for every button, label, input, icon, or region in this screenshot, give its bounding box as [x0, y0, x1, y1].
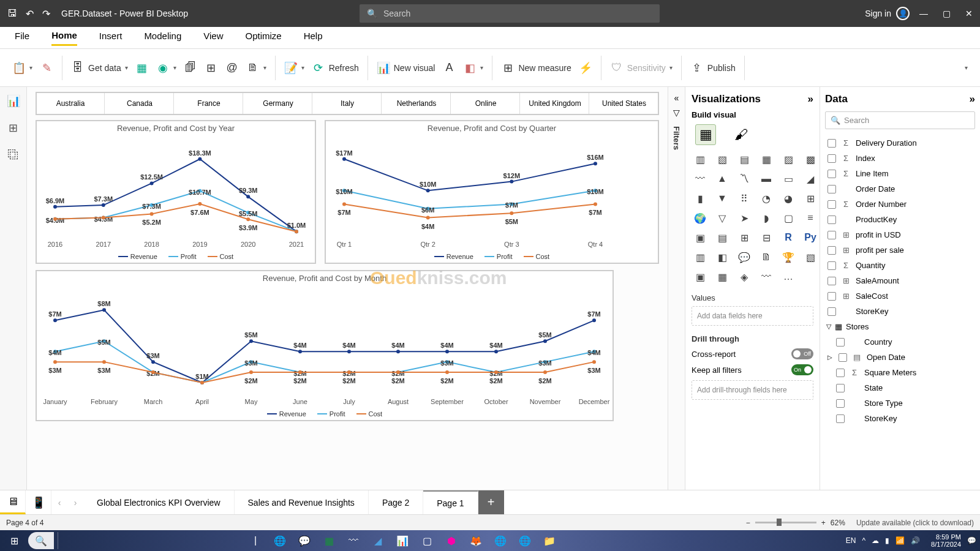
viz-type-icon[interactable]: ▲	[714, 171, 731, 187]
viz-type-icon[interactable]: ▧	[714, 151, 731, 167]
system-tray[interactable]: EN ^ ☁ ▮ 📶 🔊 8:59 PM 8/17/2024 💬	[846, 533, 976, 548]
slicer-item[interactable]: United States	[590, 93, 658, 114]
viz-type-icon[interactable]: ➤	[736, 210, 753, 226]
viz-type-icon[interactable]: ▢	[780, 210, 797, 226]
app-icon[interactable]: ⬢	[441, 532, 462, 549]
quick-measure-button[interactable]: ⚡	[579, 61, 592, 75]
page-tab[interactable]: Sales and Revenue Insights	[235, 490, 369, 514]
values-drop[interactable]: Add data fields here	[692, 306, 813, 326]
app-icon[interactable]: 〰	[343, 532, 364, 549]
slicer-item[interactable]: France	[175, 93, 243, 114]
build-visual-tab[interactable]: ▦	[695, 124, 716, 145]
signin-button[interactable]: Sign in 👤	[865, 7, 910, 20]
drill-drop[interactable]: Add drill-through fields here	[692, 380, 813, 400]
lang-indicator[interactable]: EN	[846, 536, 856, 545]
viz-type-icon[interactable]: ▦	[714, 269, 731, 285]
sensitivity-button[interactable]: 🛡Sensitivity ▾	[610, 61, 673, 75]
viz-type-icon[interactable]: 🌍	[692, 210, 709, 226]
data-search[interactable]: 🔍 Search	[825, 111, 975, 129]
checkbox-icon[interactable]	[836, 399, 845, 408]
refresh-button[interactable]: ⟳Refresh	[312, 61, 359, 75]
expand-filters-icon[interactable]: «	[674, 93, 679, 103]
field-item[interactable]: ΣDelivery Duration	[825, 135, 975, 151]
viz-type-icon[interactable]: ▧	[802, 249, 819, 265]
wifi-icon[interactable]: 📶	[895, 536, 905, 545]
tab-file[interactable]: File	[15, 31, 29, 45]
viz-type-icon[interactable]: ▦	[758, 151, 775, 167]
mobile-layout-button[interactable]: 📱	[26, 490, 51, 514]
viz-type-icon[interactable]: ▬	[758, 171, 775, 187]
viz-type-icon[interactable]: ◕	[780, 190, 797, 206]
checkbox-icon[interactable]	[827, 185, 836, 193]
field-item[interactable]: ProductKey	[825, 212, 975, 227]
viz-type-icon[interactable]: ◢	[802, 171, 819, 187]
datahub-button[interactable]: ◉▾	[156, 61, 176, 75]
notion-icon[interactable]: ▢	[417, 532, 437, 549]
zoom-in-icon[interactable]: +	[821, 519, 826, 527]
dataverse-button[interactable]: @	[225, 61, 239, 75]
chrome-icon[interactable]: 🌐	[514, 532, 535, 549]
excel-button[interactable]: ▦	[135, 61, 149, 75]
viz-type-icon[interactable]: 💬	[736, 249, 753, 265]
scroll-right-icon[interactable]: ›	[67, 490, 83, 514]
viz-type-icon[interactable]: ⊟	[758, 230, 775, 246]
slicer-item[interactable]: Germany	[244, 93, 312, 114]
field-item[interactable]: ⊞SaleAmount	[825, 273, 975, 288]
model-view-icon[interactable]: ⿻	[7, 148, 20, 162]
viz-type-icon[interactable]: 〰	[758, 269, 775, 285]
viz-type-icon[interactable]: ⊞	[736, 230, 753, 246]
slicer-item[interactable]: Italy	[314, 93, 382, 114]
notifications-icon[interactable]: 💬	[967, 536, 976, 545]
field-item[interactable]: ΣLine Item	[825, 166, 975, 181]
whatsapp-icon[interactable]: 💬	[294, 532, 315, 549]
field-item[interactable]: Country	[825, 334, 975, 350]
chart-quarter[interactable]: Revenue, Profit and Cost by Quarter $17M…	[325, 120, 659, 264]
explorer-icon[interactable]: 📁	[539, 532, 560, 549]
chart-month[interactable]: Revenue, Profit and Cost by Month $7M$8M…	[36, 270, 614, 421]
page-tab[interactable]: Global Electronics KPI Overview	[83, 490, 235, 514]
paste-button[interactable]: 📋▾	[12, 61, 32, 75]
checkbox-icon[interactable]	[827, 216, 836, 224]
viz-type-icon[interactable]: ▣	[692, 230, 709, 246]
field-item[interactable]: ⊞SaleCost	[825, 288, 975, 304]
field-item[interactable]: ⊞profit per sale	[825, 242, 975, 258]
enter-data-button[interactable]: ⊞	[205, 61, 218, 75]
cloud-icon[interactable]: ☁	[872, 536, 879, 545]
sound-icon[interactable]: 🔊	[911, 536, 920, 545]
viz-type-icon[interactable]: ▤	[714, 230, 731, 246]
viz-type-icon[interactable]: ▽	[714, 210, 731, 226]
chart-year[interactable]: Revenue, Profit and Cost by Year $6.9M$7…	[36, 120, 316, 264]
viz-type-icon[interactable]: ◔	[758, 190, 775, 206]
update-link[interactable]: Update available (click to download)	[856, 519, 974, 527]
minimize-button[interactable]: —	[919, 9, 928, 18]
undo-icon[interactable]: ↶	[26, 8, 34, 20]
sql-button[interactable]: 🗐	[184, 61, 197, 75]
checkbox-icon[interactable]	[827, 292, 836, 301]
battery-icon[interactable]: ▮	[885, 536, 889, 545]
chrome-icon[interactable]: 🌐	[490, 532, 511, 549]
field-item[interactable]: State	[825, 380, 975, 395]
more-visuals-button[interactable]: ◧▾	[463, 61, 483, 75]
new-measure-button[interactable]: ⊞New measure	[501, 61, 571, 75]
close-button[interactable]: ✕	[965, 9, 973, 18]
tab-insert[interactable]: Insert	[99, 31, 123, 45]
zoom-slider[interactable]	[755, 522, 816, 523]
viz-type-icon[interactable]: 🗎	[758, 249, 775, 265]
cross-report-toggle[interactable]: Off	[791, 348, 813, 359]
field-item[interactable]: ΣIndex	[825, 151, 975, 166]
field-item[interactable]: Store Type	[825, 395, 975, 411]
checkbox-icon[interactable]	[827, 154, 836, 163]
checkbox-icon[interactable]	[827, 307, 836, 316]
viz-type-icon[interactable]: Py	[802, 230, 819, 246]
scroll-left-icon[interactable]: ‹	[51, 490, 67, 514]
tab-view[interactable]: View	[203, 31, 223, 45]
collapse-viz-icon[interactable]: »	[808, 93, 813, 105]
data-view-icon[interactable]: ⊞	[7, 121, 20, 135]
viz-type-icon[interactable]: ◗	[758, 210, 775, 226]
viz-type-icon[interactable]: ▤	[736, 151, 753, 167]
viz-type-icon[interactable]: ⊞	[802, 190, 819, 206]
keep-filters-toggle[interactable]: On	[791, 364, 813, 375]
powerbi-icon[interactable]: 📊	[392, 532, 413, 549]
recent-button[interactable]: 🗎▾	[246, 61, 266, 75]
zoom-out-icon[interactable]: −	[746, 519, 750, 527]
